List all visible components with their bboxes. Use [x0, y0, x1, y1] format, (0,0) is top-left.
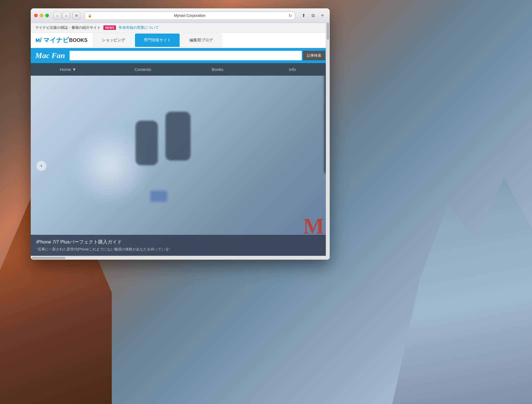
back-button[interactable]: ‹ — [53, 12, 61, 20]
tab-shopping[interactable]: ショッピング — [93, 34, 134, 47]
logo-mynavi: ᴍ/ マイナビ — [35, 36, 69, 44]
minimize-button[interactable] — [40, 14, 43, 17]
hero-area: ‹ M iPhone 7/7 Plusパーフェクト購入ガイド "見事に一新された… — [31, 76, 330, 256]
subnav-books[interactable]: Books — [180, 63, 255, 76]
search-button[interactable]: 記事検索 — [303, 51, 325, 60]
tab-senmon[interactable]: 専門情報サイト — [135, 34, 180, 47]
search-container: 記事検索 — [70, 51, 325, 60]
top-bar: マイナビ出版の雑誌・書籍の紹介サイト NEWS 年末年始の営業について — [31, 23, 330, 33]
vertical-scrollbar-thumb[interactable] — [327, 23, 329, 40]
vertical-scrollbar[interactable] — [326, 23, 330, 260]
news-link[interactable]: 年末年始の営業について — [119, 25, 159, 30]
maximize-button[interactable] — [45, 14, 49, 17]
search-input[interactable] — [70, 51, 302, 60]
hero-subtitle: "見事に一新された新世代iPhoneこれまでにない魅惑の体験があなたを待っている… — [36, 247, 324, 252]
blurry-element — [150, 191, 167, 202]
share-icon: ⬆ — [302, 13, 305, 18]
website-content: マイナビ出版の雑誌・書籍の紹介サイト NEWS 年末年始の営業について ᴍ/ マ… — [31, 23, 330, 260]
logo-area: ᴍ/ マイナビ BOOKS — [35, 33, 87, 48]
tabs-icon: ⧉ — [312, 13, 315, 18]
tabs-button[interactable]: ⧉ — [309, 12, 317, 20]
share-button[interactable]: ⬆ — [300, 12, 307, 20]
back-icon: ‹ — [57, 13, 58, 18]
horizontal-scrollbar[interactable] — [31, 256, 330, 260]
toolbar-right: ⬆ ⧉ + — [300, 12, 326, 20]
hero-title: iPhone 7/7 Plusパーフェクト購入ガイド — [36, 239, 324, 245]
subnav-home[interactable]: Home ▼ — [31, 63, 106, 76]
nav-buttons: ‹ › — [53, 12, 70, 20]
nav-tabs: ショッピング 専門情報サイト 編集部ブログ — [93, 34, 325, 47]
sub-nav: Home ▼ Contents Books Info — [31, 63, 330, 76]
address-text: Mynavi Corporation — [94, 13, 286, 18]
forward-button[interactable]: › — [62, 12, 70, 20]
macfan-logo: Mac Fan — [35, 51, 65, 60]
macfan-header: Mac Fan 記事検索 — [31, 48, 330, 63]
traffic-lights — [34, 14, 49, 17]
chevron-down-icon: ▼ — [72, 67, 76, 72]
news-badge: NEWS — [103, 25, 116, 30]
title-bar: ‹ › ⊞ 🔒 Mynavi Corporation ↻ ⬆ ⧉ + — [31, 8, 330, 23]
tab-henshu[interactable]: 編集部ブログ — [181, 34, 222, 47]
close-button[interactable] — [34, 14, 38, 17]
forward-icon: › — [66, 13, 67, 18]
phone-silhouette-1 — [136, 121, 158, 165]
new-tab-icon: + — [321, 12, 324, 19]
refresh-button[interactable]: ↻ — [289, 13, 292, 18]
sidebar-toggle-button[interactable]: ⊞ — [72, 12, 80, 20]
subnav-info[interactable]: Info — [255, 63, 330, 76]
logo-books: BOOKS — [69, 37, 87, 43]
prev-icon: ‹ — [41, 163, 42, 169]
main-nav: ᴍ/ マイナビ BOOKS ショッピング 専門情報サイト 編集部ブログ — [31, 33, 330, 48]
intro-text: マイナビ出版の雑誌・書籍の紹介サイト — [35, 25, 101, 30]
subnav-contents[interactable]: Contents — [106, 63, 180, 76]
lock-icon: 🔒 — [88, 14, 92, 18]
hero-prev-button[interactable]: ‹ — [36, 161, 46, 171]
horizontal-scrollbar-thumb[interactable] — [32, 257, 65, 259]
address-bar[interactable]: 🔒 Mynavi Corporation ↻ — [85, 11, 295, 20]
sidebar-icon: ⊞ — [75, 14, 78, 17]
hero-caption: iPhone 7/7 Plusパーフェクト購入ガイド "見事に一新された新世代i… — [31, 235, 330, 256]
browser-window: ‹ › ⊞ 🔒 Mynavi Corporation ↻ ⬆ ⧉ + — [31, 8, 330, 260]
blurry-circle — [76, 131, 146, 201]
phone-silhouette-2 — [165, 112, 191, 161]
hero-background — [31, 76, 330, 256]
new-tab-button[interactable]: + — [319, 12, 326, 20]
